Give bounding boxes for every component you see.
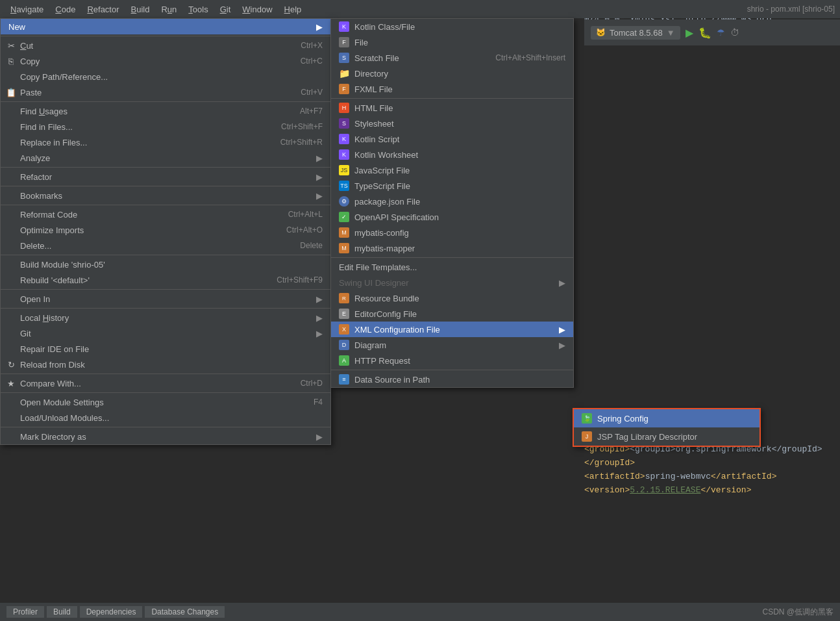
menu-rebuild-label: Rebuild '<default>' [20, 275, 277, 285]
menu-item-replace-files[interactable]: Replace in Files... Ctrl+Shift+R [1, 134, 330, 150]
swing-arrow: ▶ [559, 278, 565, 288]
menubar-run[interactable]: Run [156, 3, 182, 16]
menubar-window[interactable]: Window [237, 3, 277, 16]
debug-button[interactable]: 🐛 [698, 27, 711, 39]
sub-divider-3 [331, 370, 573, 370]
statusbar-tab-dependencies[interactable]: Dependencies [80, 606, 143, 618]
menu-item-reload-disk[interactable]: ↻ Reload from Disk [1, 357, 330, 372]
menu-item-compare-with[interactable]: ★ Compare With... Ctrl+D [1, 375, 330, 391]
menu-item-local-history[interactable]: Local History ▶ [1, 310, 330, 325]
submenu-fxml[interactable]: F FXML File [331, 81, 573, 97]
code-line-6: <version>5.2.15.RELEASE</version> [584, 484, 827, 498]
run-button[interactable]: ▶ [686, 27, 693, 39]
statusbar-tab-db-changes[interactable]: Database Changes [145, 606, 225, 618]
divider-5 [1, 205, 330, 205]
submenu-directory[interactable]: 📁 Directory [331, 66, 573, 81]
submenu-swing-designer[interactable]: Swing UI Designer ▶ [331, 275, 573, 290]
run-config-label: Tomcat 8.5.68 [610, 28, 663, 38]
tomcat-icon: 🐱 [596, 28, 606, 37]
menubar-git[interactable]: Git [215, 3, 236, 16]
submenu-kotlin-script[interactable]: K Kotlin Script [331, 131, 573, 147]
menu-item-new[interactable]: New ▶ [1, 19, 330, 34]
submenu-http-request[interactable]: A HTTP Request [331, 353, 573, 368]
statusbar-tab-profiler[interactable]: Profiler [6, 606, 44, 618]
menu-item-refactor[interactable]: Refactor ▶ [1, 169, 330, 184]
sub-divider-1 [331, 98, 573, 99]
menu-item-optimize[interactable]: Optimize Imports Ctrl+Alt+O [1, 222, 330, 238]
menubar-tools[interactable]: Tools [183, 3, 213, 16]
data-source-label: Data Source in Path [354, 375, 430, 385]
statusbar-tab-build[interactable]: Build [47, 606, 77, 618]
submenu-stylesheet[interactable]: S Stylesheet [331, 116, 573, 131]
submenu-mybatis-config[interactable]: M mybatis-config [331, 225, 573, 240]
menu-item-bookmarks[interactable]: Bookmarks ▶ [1, 188, 330, 203]
submenu-data-source[interactable]: ≡ Data Source in Path [331, 372, 573, 387]
menu-item-delete[interactable]: Delete... Delete [1, 238, 330, 253]
menu-item-paste[interactable]: 📋 Paste Ctrl+V [1, 84, 330, 100]
mark-directory-arrow: ▶ [316, 432, 323, 442]
submenu-package-json[interactable]: ⚙ package.json File [331, 194, 573, 209]
run-config-selector[interactable]: 🐱 Tomcat 8.5.68 ▼ [591, 26, 680, 40]
submenu-html[interactable]: H HTML File [331, 100, 573, 116]
compare-icon: ★ [6, 378, 16, 388]
submenu-resource-bundle[interactable]: R Resource Bundle [331, 290, 573, 306]
jsp-tag-icon: J [582, 431, 592, 442]
menu-open-in-label: Open In [20, 294, 316, 304]
rebuild-shortcut: Ctrl+Shift+F9 [277, 275, 323, 285]
submenu-edit-templates[interactable]: Edit File Templates... [331, 259, 573, 275]
config-dropdown-icon[interactable]: ▼ [667, 28, 675, 38]
menu-item-module-settings[interactable]: Open Module Settings F4 [1, 394, 330, 410]
menubar-help[interactable]: Help [279, 3, 307, 16]
coverage-button[interactable]: ☂ [717, 27, 725, 38]
mybatis-mapper-icon: M [339, 243, 349, 253]
copy-shortcut: Ctrl+C [301, 57, 323, 66]
menu-item-build-module[interactable]: Build Module 'shrio-05' [1, 257, 330, 272]
menu-item-open-in[interactable]: Open In ▶ [1, 291, 330, 307]
submenu-xml-config[interactable]: X XML Configuration File ▶ [331, 322, 573, 337]
openapi-label: OpenAPI Specification [354, 212, 439, 222]
menubar-refactor[interactable]: Refactor [82, 3, 124, 16]
right-menu-spring-config[interactable]: 🍃 Spring Config [574, 409, 760, 427]
right-menu-jsp-tag[interactable]: J JSP Tag Library Descriptor [574, 427, 760, 446]
profile-button[interactable]: ⏱ [730, 27, 739, 38]
submenu-js-file[interactable]: JS JavaScript File [331, 162, 573, 178]
cut-shortcut: Ctrl+X [301, 41, 323, 50]
menu-reformat-label: Reformat Code [20, 210, 288, 220]
menu-item-find-files[interactable]: Find in Files... Ctrl+Shift+F [1, 119, 330, 134]
window-title: shrio - pom.xml [shrio-05] [747, 5, 835, 14]
context-menu-left: New ▶ ✂ Cut Ctrl+X ⎘ Copy Ctrl+C Copy Pa… [0, 18, 331, 445]
resource-bundle-icon: R [339, 293, 349, 303]
submenu-diagram[interactable]: D Diagram ▶ [331, 337, 573, 353]
menu-item-cut[interactable]: ✂ Cut Ctrl+X [1, 38, 330, 53]
menu-item-rebuild[interactable]: Rebuild '<default>' Ctrl+Shift+F9 [1, 272, 330, 288]
js-icon: JS [339, 165, 349, 175]
submenu-ts-file[interactable]: TS TypeScript File [331, 178, 573, 194]
submenu-mybatis-mapper[interactable]: M mybatis-mapper [331, 240, 573, 256]
menu-item-mark-directory[interactable]: Mark Directory as ▶ [1, 429, 330, 444]
submenu-editorconfig[interactable]: E EditorConfig File [331, 306, 573, 322]
menu-item-copy[interactable]: ⎘ Copy Ctrl+C [1, 53, 330, 69]
menu-item-copy-path[interactable]: Copy Path/Reference... [1, 69, 330, 84]
menu-item-git[interactable]: Git ▶ [1, 325, 330, 341]
submenu-file[interactable]: F File [331, 34, 573, 50]
menubar-code[interactable]: Code [50, 3, 80, 16]
reload-icon: ↻ [6, 359, 16, 370]
menu-item-reformat[interactable]: Reformat Code Ctrl+Alt+L [1, 207, 330, 222]
menubar-navigate[interactable]: Navigate [5, 3, 49, 16]
submenu-kotlin-worksheet[interactable]: K Kotlin Worksheet [331, 147, 573, 162]
submenu-openapi[interactable]: ✓ OpenAPI Specification [331, 209, 573, 225]
menubar-build[interactable]: Build [126, 3, 155, 16]
optimize-shortcut: Ctrl+Alt+O [286, 225, 323, 234]
menu-item-analyze[interactable]: Analyze ▶ [1, 150, 330, 166]
menu-item-repair-ide[interactable]: Repair IDE on File [1, 341, 330, 357]
openapi-icon: ✓ [339, 212, 349, 222]
refactor-arrow: ▶ [316, 172, 323, 182]
menu-item-load-unload[interactable]: Load/Unload Modules... [1, 410, 330, 425]
menu-paste-label: Paste [20, 88, 301, 97]
submenu-kotlin-class[interactable]: K Kotlin Class/File [331, 19, 573, 34]
menu-item-find-usages[interactable]: Find Usages Alt+F7 [1, 103, 330, 119]
xml-config-label: XML Configuration File [354, 325, 440, 335]
divider-2 [1, 101, 330, 102]
menu-refactor-label: Refactor [20, 172, 316, 182]
submenu-scratch-file[interactable]: S Scratch File Ctrl+Alt+Shift+Insert [331, 50, 573, 66]
